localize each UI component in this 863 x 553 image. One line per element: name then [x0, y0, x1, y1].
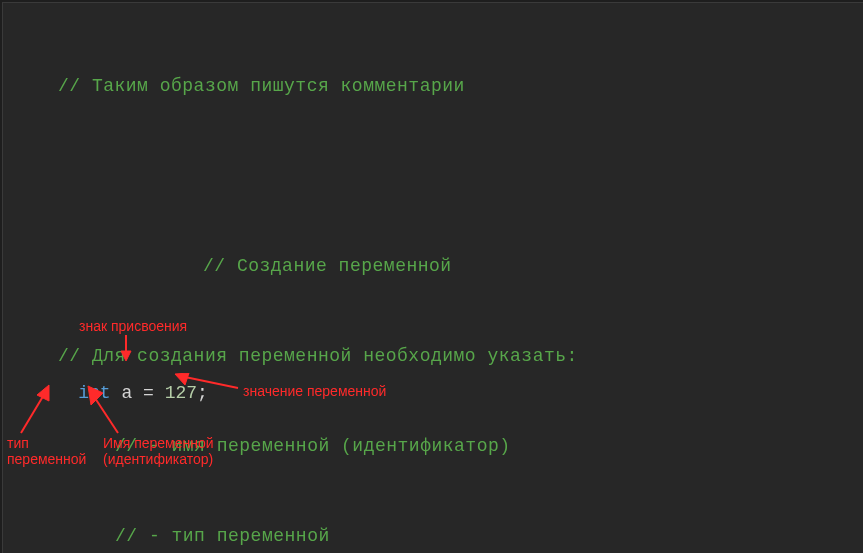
arrow-type-icon [13, 383, 63, 435]
comment-line-2: // Создание переменной [3, 256, 452, 276]
svg-marker-7 [88, 386, 103, 405]
annotation-ident-label: Имя переменной (идентификатор) [103, 435, 214, 467]
annotation-value-label: значение переменной [243, 383, 386, 399]
arrow-value-icon [173, 373, 243, 395]
svg-marker-3 [175, 373, 189, 385]
arrow-assign-icon [116, 333, 136, 363]
comment-line-5: // - тип переменной [3, 526, 330, 546]
svg-marker-1 [121, 351, 131, 361]
assign-operator: = [143, 383, 154, 403]
svg-line-6 [93, 395, 118, 433]
svg-line-2 [185, 377, 238, 388]
annotation-type-label: тип переменной [7, 435, 86, 467]
svg-marker-5 [37, 385, 49, 401]
comment-line-1: // Таким образом пишутся комментарии [3, 76, 465, 96]
svg-line-4 [21, 393, 45, 433]
annotation-assign-label: знак присвоения [79, 318, 187, 334]
arrow-ident-icon [83, 383, 133, 435]
code-block: // Таким образом пишутся комментарии // … [3, 3, 578, 553]
code-editor: // Таким образом пишутся комментарии // … [2, 2, 863, 553]
